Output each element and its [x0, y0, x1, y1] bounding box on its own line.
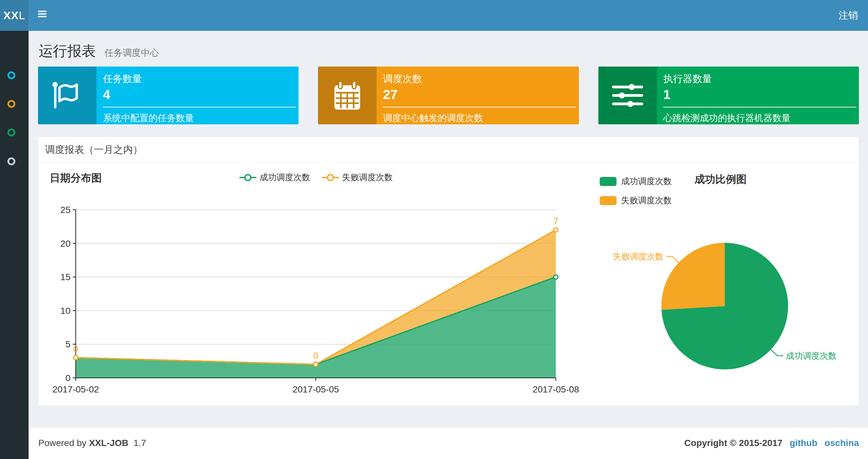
sidebar-item-3[interactable] [0, 129, 29, 148]
svg-text:5: 5 [65, 339, 70, 349]
card-body: 执行器数量 1 心跳检测成功的执行器机器数量 [657, 67, 859, 124]
line-series-icon [322, 173, 339, 182]
legend-item-success[interactable]: 成功调度次数 [240, 172, 310, 183]
stat-card-jobs: 任务数量 4 系统中配置的任务数量 [38, 67, 299, 124]
svg-text:0: 0 [313, 351, 318, 361]
sidebar-item-2[interactable] [0, 100, 29, 120]
legend-label: 失败调度次数 [342, 172, 393, 183]
legend-item-success[interactable]: 成功调度次数 [600, 175, 672, 187]
pie-chart-legend: 成功调度次数 失败调度次数 [600, 175, 672, 214]
legend-item-fail[interactable]: 失败调度次数 [600, 195, 672, 206]
legend-item-fail[interactable]: 失败调度次数 [322, 172, 393, 183]
legend-swatch [600, 177, 617, 186]
legend-label: 成功调度次数 [621, 175, 672, 187]
card-label: 执行器数量 [663, 73, 856, 85]
page-footer: Powered byXXL-JOB 1.7 Copyright © 2015-2… [29, 427, 868, 459]
card-body: 任务数量 4 系统中配置的任务数量 [96, 67, 299, 124]
line-chart-title: 日期分布图 [50, 171, 102, 185]
sliders-icon [611, 78, 645, 112]
stat-cards-row: 任务数量 4 系统中配置的任务数量 [38, 67, 859, 124]
svg-text:失败调度次数: 失败调度次数 [613, 252, 664, 261]
page-subtitle: 任务调度中心 [104, 48, 159, 58]
sidebar-toggle-icon[interactable] [38, 11, 46, 17]
card-value: 27 [383, 87, 576, 102]
logo-text-light: L [19, 9, 25, 22]
date-distribution-chart: 05101520252017-05-022017-05-052017-05-08… [38, 195, 584, 403]
stat-card-executors: 执行器数量 1 心跳检测成功的执行器机器数量 [598, 67, 859, 124]
page-header: 运行报表 任务调度中心 [38, 31, 859, 67]
logout-link[interactable]: 注销 [836, 0, 860, 31]
copyright-text: Copyright © 2015-2017 [684, 438, 782, 448]
line-chart-legend: 成功调度次数 失败调度次数 [186, 172, 446, 183]
svg-text:成功调度次数: 成功调度次数 [786, 351, 836, 361]
circle-icon [7, 71, 15, 79]
svg-text:7: 7 [553, 216, 558, 226]
sidebar-item-1[interactable] [0, 71, 29, 91]
line-series-icon [240, 173, 256, 182]
powered-by: Powered byXXL-JOB 1.7 [38, 438, 149, 448]
circle-icon [7, 129, 15, 136]
svg-text:10: 10 [60, 306, 70, 316]
card-description: 调度中心触发的调度次数 [383, 112, 576, 124]
legend-label: 失败调度次数 [621, 195, 672, 206]
page-title: 运行报表 [39, 43, 96, 59]
circle-icon [7, 158, 15, 165]
card-description: 系统中配置的任务数量 [103, 112, 296, 124]
svg-text:0: 0 [73, 344, 78, 354]
oschina-link[interactable]: oschina [825, 438, 859, 448]
powered-prefix: Powered by [38, 438, 86, 448]
card-value: 1 [663, 87, 856, 102]
stat-card-triggers: 调度次数 27 调度中心触发的调度次数 [318, 67, 579, 124]
success-ratio-pie: 成功调度次数失败调度次数 [598, 228, 864, 387]
card-label: 调度次数 [383, 73, 576, 85]
flag-icon [50, 78, 84, 112]
logo-text-bold: XX [3, 9, 19, 22]
card-icon-area [598, 67, 657, 124]
product-name: XXL-JOB [89, 438, 128, 448]
github-link[interactable]: github [790, 438, 818, 448]
pie-chart-title: 成功比例图 [694, 172, 746, 187]
card-separator [103, 107, 296, 107]
svg-text:25: 25 [60, 205, 70, 215]
sidebar [0, 31, 29, 459]
svg-text:0: 0 [65, 373, 70, 383]
calendar-icon [330, 78, 364, 112]
card-icon-area [318, 67, 376, 124]
legend-swatch [600, 196, 617, 205]
circle-icon [7, 100, 15, 108]
panel-header: 调度报表（一月之内） [38, 137, 859, 163]
product-version: 1.7 [133, 438, 146, 448]
copyright: Copyright © 2015-2017 github oschina [684, 438, 859, 448]
panel-body: 日期分布图 成功调度次数 失败调度次数 05101520252017-05-02… [38, 163, 859, 405]
svg-text:2017-05-02: 2017-05-02 [52, 384, 99, 394]
svg-text:15: 15 [60, 272, 70, 282]
panel-title: 调度报表（一月之内） [45, 143, 143, 157]
svg-text:20: 20 [60, 238, 70, 249]
card-label: 任务数量 [103, 73, 296, 85]
sidebar-item-4[interactable] [0, 158, 29, 177]
legend-label: 成功调度次数 [259, 172, 310, 183]
top-navbar: XXL 注销 [0, 0, 868, 31]
card-body: 调度次数 27 调度中心触发的调度次数 [376, 67, 579, 124]
report-panel: 调度报表（一月之内） 日期分布图 成功调度次数 失败调度次数 051015202… [38, 137, 859, 406]
svg-text:2017-05-08: 2017-05-08 [532, 384, 579, 394]
card-icon-area [38, 67, 96, 124]
card-description: 心跳检测成功的执行器机器数量 [663, 112, 856, 124]
card-separator [383, 107, 576, 107]
card-value: 4 [103, 87, 296, 102]
app-logo[interactable]: XXL [0, 0, 29, 31]
card-separator [663, 107, 856, 107]
main-content: 运行报表 任务调度中心 任务数量 4 系统中配置的任务数量 [29, 31, 868, 427]
svg-text:2017-05-05: 2017-05-05 [292, 384, 339, 394]
